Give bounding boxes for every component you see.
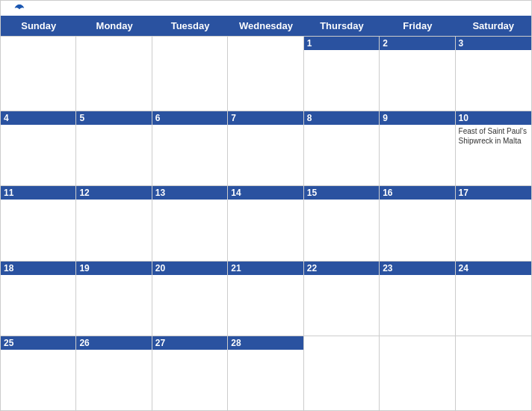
calendar-week-4: 25262728 — [1, 336, 531, 410]
cell-date: 28 — [228, 336, 303, 350]
calendar-cell — [380, 336, 455, 410]
calendar-cell: 27 — [152, 336, 228, 410]
calendar-cell: 1 — [304, 37, 380, 111]
cell-date: 26 — [76, 336, 151, 350]
cell-event: Feast of Saint Paul's Shipwreck in Malta — [459, 126, 528, 146]
calendar-cell: 14 — [228, 186, 303, 260]
cell-date: 21 — [228, 262, 303, 275]
calendar-cell — [76, 37, 152, 111]
calendar-week-0: 123 — [1, 36, 531, 111]
day-header-monday: Monday — [76, 16, 152, 36]
calendar-cell: 3 — [456, 37, 531, 111]
calendar-cell: 17 — [456, 186, 531, 260]
calendar-cell: 12 — [76, 186, 152, 260]
cell-date: 16 — [380, 186, 454, 200]
cell-date: 4 — [1, 111, 75, 125]
calendar-cell: 28 — [228, 336, 303, 410]
cell-date — [228, 37, 303, 40]
day-headers-row: SundayMondayTuesdayWednesdayThursdayFrid… — [1, 16, 531, 36]
logo-bird-icon — [14, 3, 25, 13]
cell-date: 18 — [1, 262, 75, 275]
calendar-cell: 22 — [304, 262, 380, 336]
day-header-saturday: Saturday — [456, 16, 531, 36]
calendar-cell: 16 — [380, 186, 455, 260]
cell-date — [456, 336, 531, 339]
day-header-thursday: Thursday — [304, 16, 380, 36]
calendar-cell: 13 — [152, 186, 228, 260]
calendar-container: SundayMondayTuesdayWednesdayThursdayFrid… — [0, 0, 532, 411]
day-header-sunday: Sunday — [1, 16, 76, 36]
cell-date: 9 — [380, 111, 454, 125]
cell-date: 27 — [152, 336, 227, 350]
cell-date: 19 — [76, 262, 151, 275]
cell-date: 3 — [456, 37, 531, 50]
calendar-header — [1, 1, 531, 16]
calendar-cell: 6 — [152, 111, 228, 185]
calendar-cell — [228, 37, 303, 111]
calendar-cell: 11 — [1, 186, 76, 260]
calendar-cell: 7 — [228, 111, 303, 185]
logo-blue-text — [13, 3, 25, 13]
calendar-cell: 23 — [380, 262, 455, 336]
cell-date: 11 — [1, 186, 75, 200]
cell-date: 8 — [304, 111, 379, 125]
calendar-cell: 5 — [76, 111, 152, 185]
cell-date — [1, 37, 75, 40]
calendar-cell: 19 — [76, 262, 152, 336]
calendar-cell: 26 — [76, 336, 152, 410]
cell-date — [152, 37, 227, 40]
calendar-cell: 18 — [1, 262, 76, 336]
calendar-cell: 2 — [380, 37, 455, 111]
calendar-cell — [152, 37, 228, 111]
cell-date: 24 — [456, 262, 531, 275]
calendar-cell — [456, 336, 531, 410]
cell-date: 2 — [380, 37, 454, 50]
day-header-wednesday: Wednesday — [228, 16, 303, 36]
cell-date: 5 — [76, 111, 151, 125]
calendar-cell: 4 — [1, 111, 76, 185]
logo — [13, 3, 25, 13]
calendar-cell: 8 — [304, 111, 380, 185]
day-header-tuesday: Tuesday — [152, 16, 228, 36]
cell-date: 6 — [152, 111, 227, 125]
cell-date: 12 — [76, 186, 151, 200]
calendar-cell: 10Feast of Saint Paul's Shipwreck in Mal… — [456, 111, 531, 185]
calendar-cell — [304, 336, 380, 410]
cell-date: 13 — [152, 186, 227, 200]
cell-date: 7 — [228, 111, 303, 125]
calendar-week-3: 18192021222324 — [1, 261, 531, 336]
calendar-cell — [1, 37, 76, 111]
cell-date: 1 — [304, 37, 379, 50]
calendar-cell: 15 — [304, 186, 380, 260]
cell-date: 10 — [456, 111, 531, 125]
calendar-cell: 21 — [228, 262, 303, 336]
day-header-friday: Friday — [380, 16, 455, 36]
cell-date: 25 — [1, 336, 75, 350]
cell-date: 17 — [456, 186, 531, 200]
cell-date — [76, 37, 151, 40]
calendar-grid: 12345678910Feast of Saint Paul's Shipwre… — [1, 36, 531, 410]
cell-date: 15 — [304, 186, 379, 200]
cell-date — [304, 336, 379, 339]
cell-date: 14 — [228, 186, 303, 200]
calendar-cell: 20 — [152, 262, 228, 336]
calendar-cell: 9 — [380, 111, 455, 185]
cell-date: 20 — [152, 262, 227, 275]
cell-date — [380, 336, 454, 339]
calendar-cell: 24 — [456, 262, 531, 336]
calendar-cell: 25 — [1, 336, 76, 410]
cell-date: 22 — [304, 262, 379, 275]
cell-date: 23 — [380, 262, 454, 275]
calendar-week-1: 45678910Feast of Saint Paul's Shipwreck … — [1, 111, 531, 185]
calendar-week-2: 11121314151617 — [1, 185, 531, 260]
